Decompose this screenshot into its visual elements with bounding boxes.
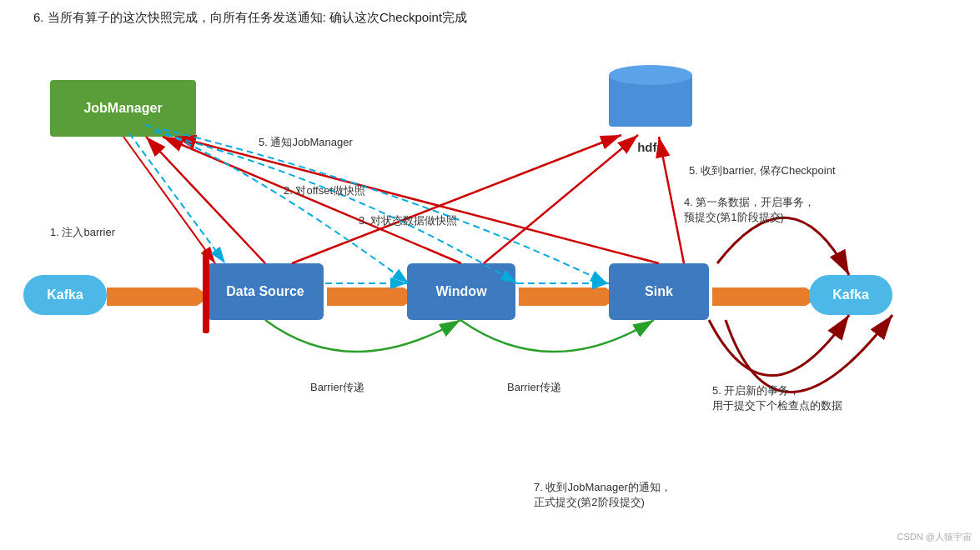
arrow-sink-to-kafka [712,288,806,306]
window-node: Window [407,263,515,320]
label-offset-snapshot: 2. 对offset做快照 [284,183,365,198]
label-barrier-forward-1: Barrier传递 [310,380,364,395]
svg-line-4 [146,137,265,263]
sink-node: Sink [609,263,709,320]
arrow-window-to-sink [519,288,606,306]
svg-line-8 [484,135,638,263]
label-save-checkpoint: 5. 收到barrier, 保存Checkpoint [689,163,836,178]
svg-line-11 [129,133,225,263]
svg-line-7 [659,137,684,263]
kafka-right-node: Kafka [809,275,892,315]
label-new-transaction: 5. 开启新的事务， 用于提交下个检查点的数据 [712,383,842,413]
label-barrier-forward-2: Barrier传递 [507,380,561,395]
label-first-data: 4. 第一条数据，开启事务， 预提交(第1阶段提交) [684,195,815,225]
label-notify-jobmanager: 5. 通知JobManager [259,135,353,150]
svg-line-5 [163,137,461,263]
kafka-left-node: Kafka [23,275,107,315]
jobmanager-node: JobManager [50,80,196,137]
label-receive-notify: 7. 收到JobManager的通知， 正式提交(第2阶段提交) [534,480,671,510]
label-inject-barrier: 1. 注入barrier [50,225,115,240]
label-state-snapshot: 3. 对状态数据做快照 [359,213,457,228]
svg-line-10 [123,137,215,263]
arrow-datasource-to-window [327,288,404,306]
svg-line-6 [175,137,659,263]
diagram-title: 6. 当所有算子的这次快照完成，向所有任务发送通知: 确认这次Checkpoin… [33,10,467,26]
watermark-text: CSDN @人猿宇宙 [897,531,972,543]
datasource-node: Data Source [207,263,324,320]
barrier-line [203,250,209,333]
arrow-kafka-to-datasource [107,288,197,306]
hdfs-node: hdfs [609,60,692,135]
svg-line-9 [292,135,621,263]
